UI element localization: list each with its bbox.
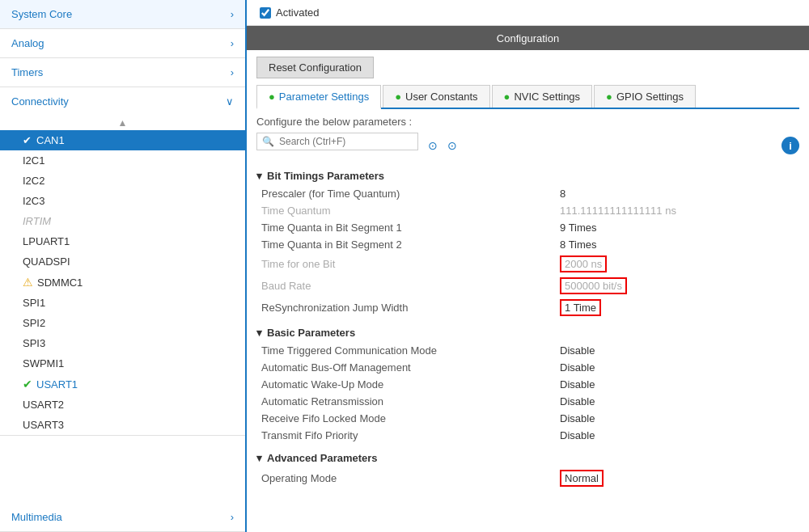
sidebar-item-sdmmc1[interactable]: ⚠ SDMMC1 xyxy=(0,272,245,293)
tab-nvic-settings[interactable]: ● NVIC Settings xyxy=(492,85,593,108)
table-row: Receive Fifo Locked Mode Disable xyxy=(256,410,799,427)
sidebar-item-i2c1[interactable]: I2C1 xyxy=(0,150,245,171)
param-value[interactable]: Disable xyxy=(555,410,799,427)
param-name: Prescaler (for Time Quantum) xyxy=(256,185,555,202)
search-input[interactable] xyxy=(279,136,376,147)
param-value[interactable]: Disable xyxy=(555,427,799,444)
sidebar-item-label: System Core xyxy=(11,8,72,20)
sidebar-item-label: Timers xyxy=(11,66,43,78)
sidebar-section-timers: Timers › xyxy=(0,58,245,87)
section-label: Basic Parameters xyxy=(267,327,355,339)
chevron-right-icon: › xyxy=(231,37,234,49)
section-header-advanced-params[interactable]: ▾ Advanced Parameters xyxy=(256,449,799,467)
table-row: Time Triggered Communication Mode Disabl… xyxy=(256,342,799,359)
sidebar-item-usart1[interactable]: ✔ USART1 xyxy=(0,374,245,395)
item-label: IRTIM xyxy=(23,215,51,227)
param-value[interactable]: Disable xyxy=(555,359,799,376)
sidebar-item-swpmi1[interactable]: SWPMI1 xyxy=(0,353,245,374)
sidebar-item-irtim[interactable]: IRTIM xyxy=(0,211,245,231)
item-label: USART2 xyxy=(23,399,64,411)
item-label: I2C2 xyxy=(23,175,44,187)
section-header-bit-timings[interactable]: ▾ Bit Timings Parameters xyxy=(256,167,799,185)
param-name: Automatic Retransmission xyxy=(256,393,555,410)
table-row: Automatic Wake-Up Mode Disable xyxy=(256,376,799,393)
tab-label: GPIO Settings xyxy=(616,91,684,103)
table-row: Automatic Retransmission Disable xyxy=(256,393,799,410)
param-value[interactable]: Disable xyxy=(555,376,799,393)
table-row: Time Quantum 111.11111111111111 ns xyxy=(256,202,799,219)
param-name: Automatic Wake-Up Mode xyxy=(256,376,555,393)
sidebar-item-analog[interactable]: Analog › xyxy=(0,29,245,57)
param-value[interactable]: 9 Times xyxy=(555,219,799,236)
tab-check-icon: ● xyxy=(269,91,275,103)
sidebar-item-multimedia[interactable]: Multimedia › xyxy=(0,503,245,531)
highlighted-value: 500000 bit/s xyxy=(560,277,627,294)
item-label: USART3 xyxy=(23,419,64,431)
sidebar-item-system-core[interactable]: System Core › xyxy=(0,0,245,28)
sidebar-item-lpuart1[interactable]: LPUART1 xyxy=(0,231,245,251)
item-label: SWPMI1 xyxy=(23,357,64,369)
item-label: SDMMC1 xyxy=(37,277,83,289)
sidebar-item-spi1[interactable]: SPI1 xyxy=(0,293,245,313)
param-value: 1 Time xyxy=(555,297,799,319)
search-icon: 🔍 xyxy=(262,136,274,147)
collapse-arrow-icon: ▾ xyxy=(256,452,262,464)
param-value[interactable]: Disable xyxy=(555,393,799,410)
section-header-basic-params[interactable]: ▾ Basic Parameters xyxy=(256,323,799,342)
item-label: LPUART1 xyxy=(23,235,70,247)
activated-label: Activated xyxy=(276,6,319,19)
param-name: Baud Rate xyxy=(256,275,555,297)
activated-checkbox[interactable] xyxy=(260,7,271,19)
sidebar-item-usart3[interactable]: USART3 xyxy=(0,415,245,435)
sidebar-item-label: Analog xyxy=(11,37,44,49)
search-bar: 🔍 xyxy=(256,133,418,150)
table-row: Operating Mode Normal xyxy=(256,467,799,489)
sidebar-item-spi3[interactable]: SPI3 xyxy=(0,333,245,353)
sidebar-item-connectivity[interactable]: Connectivity ∨ xyxy=(0,87,245,116)
reset-configuration-button[interactable]: Reset Configuration xyxy=(256,57,374,78)
basic-params-table: Time Triggered Communication Mode Disabl… xyxy=(256,342,799,444)
param-name: Time for one Bit xyxy=(256,253,555,275)
highlighted-value: 1 Time xyxy=(560,299,601,316)
chevron-right-icon: › xyxy=(231,66,234,78)
tab-gpio-settings[interactable]: ● GPIO Settings xyxy=(594,85,696,108)
chevron-right-icon: › xyxy=(231,8,234,20)
param-name: Time Triggered Communication Mode xyxy=(256,342,555,359)
param-name: Receive Fifo Locked Mode xyxy=(256,410,555,427)
table-row: ReSynchronization Jump Width 1 Time xyxy=(256,297,799,319)
tab-user-constants[interactable]: ● User Constants xyxy=(383,85,489,108)
tab-parameter-settings[interactable]: ● Parameter Settings xyxy=(256,85,381,109)
sidebar-item-timers[interactable]: Timers › xyxy=(0,58,245,87)
sidebar-item-usart2[interactable]: USART2 xyxy=(0,395,245,415)
sidebar: System Core › Analog › Timers › Connecti… xyxy=(0,0,247,532)
info-button[interactable]: i xyxy=(781,137,799,154)
highlighted-value: 2000 ns xyxy=(560,255,607,272)
sidebar-section-connectivity: Connectivity ∨ ▲ ✔ CAN1 I2C1 I2C2 I2C3 xyxy=(0,87,245,436)
nav-back-icon[interactable]: ⊙ xyxy=(428,139,438,152)
param-value[interactable]: 8 Times xyxy=(555,236,799,253)
bit-timings-table: Prescaler (for Time Quantum) 8 Time Quan… xyxy=(256,185,799,319)
sidebar-item-can1[interactable]: ✔ CAN1 xyxy=(0,130,245,150)
highlighted-value[interactable]: Normal xyxy=(560,470,604,487)
sidebar-item-label: Multimedia xyxy=(11,511,62,523)
config-header: Configuration xyxy=(247,26,809,50)
nav-forward-icon[interactable]: ⊙ xyxy=(447,139,457,152)
param-name: Time Quanta in Bit Segment 1 xyxy=(256,219,555,236)
param-value: 2000 ns xyxy=(555,253,799,275)
tab-label: User Constants xyxy=(405,91,478,103)
scroll-up-icon[interactable]: ▲ xyxy=(118,117,128,129)
item-label: USART1 xyxy=(36,378,78,391)
sidebar-item-spi2[interactable]: SPI2 xyxy=(0,313,245,333)
sidebar-item-label: Connectivity xyxy=(11,95,69,108)
sidebar-item-i2c3[interactable]: I2C3 xyxy=(0,191,245,211)
param-value[interactable]: 8 xyxy=(555,185,799,202)
tab-label: NVIC Settings xyxy=(514,91,580,103)
param-value[interactable]: Disable xyxy=(555,342,799,359)
sidebar-item-i2c2[interactable]: I2C2 xyxy=(0,171,245,191)
search-row: 🔍 ⊙ ⊙ i xyxy=(256,133,799,158)
sidebar-item-quadspi[interactable]: QUADSPI xyxy=(0,251,245,272)
check-icon: ✔ xyxy=(23,134,32,146)
param-value: 500000 bit/s xyxy=(555,275,799,297)
table-row: Automatic Bus-Off Management Disable xyxy=(256,359,799,376)
item-label: I2C1 xyxy=(23,154,44,167)
